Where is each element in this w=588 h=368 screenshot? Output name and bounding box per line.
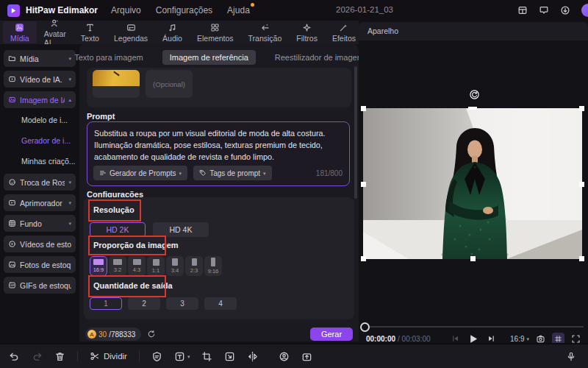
- preview-image[interactable]: [363, 108, 582, 259]
- preview-canvas[interactable]: 00:00:00 / 00:03:00 16:9▾: [359, 40, 588, 343]
- previous-frame-icon[interactable]: [452, 335, 459, 342]
- tab-avatar-ai[interactable]: Avatar AI: [37, 21, 74, 43]
- redo-icon[interactable]: [32, 351, 43, 362]
- app-logo-icon: [7, 4, 20, 17]
- prompt-text: Substitua a roupa por um visual editoria…: [94, 127, 343, 163]
- reference-image-preview: [93, 70, 140, 86]
- selection-handle-top-right[interactable]: [579, 106, 584, 111]
- next-frame-icon[interactable]: [488, 335, 495, 342]
- sidebar-item-aprimorador[interactable]: Aprimorador ...▾: [4, 194, 76, 211]
- grid-icon: [554, 335, 562, 343]
- feedback-icon[interactable]: [539, 5, 549, 15]
- tab-elementos[interactable]: Elementos: [190, 21, 241, 43]
- import-box-icon[interactable]: [301, 351, 312, 362]
- sidebar-item-fotos-estoque[interactable]: Fotos de estoque: [4, 256, 76, 273]
- user-avatar[interactable]: [581, 4, 588, 17]
- chevron-down-icon: ▾: [68, 221, 71, 227]
- tab-texto-para-imagem[interactable]: Texto para imagem: [67, 50, 151, 65]
- svg-text:GIF: GIF: [10, 284, 15, 287]
- sidebar-subitem-minhas-criacoes[interactable]: Minhas criaçõ...: [4, 153, 76, 169]
- text-tool-button[interactable]: ▾: [174, 351, 190, 362]
- sidebar-item-video-ia[interactable]: Vídeo de IA.▾: [4, 71, 76, 88]
- selection-handle-bottom-right[interactable]: [579, 256, 584, 261]
- time-current: 00:00:00: [366, 335, 395, 343]
- prompt-textarea[interactable]: Substitua a roupa por um visual editoria…: [87, 121, 350, 186]
- audio-icon: [168, 23, 177, 32]
- titlebar-icons: [517, 0, 588, 21]
- ratio-2-3-button[interactable]: 2:3: [185, 256, 203, 276]
- quantity-1-button[interactable]: 1: [90, 297, 122, 310]
- chevron-down-icon: ▾: [263, 171, 266, 176]
- crop-icon[interactable]: [201, 351, 212, 362]
- preview-scrubber[interactable]: [363, 326, 584, 328]
- tab-midia[interactable]: Mídia: [3, 21, 37, 43]
- sidebar-subitem-gerador[interactable]: Gerador de i...: [4, 132, 76, 149]
- refresh-credits-icon[interactable]: [147, 330, 156, 339]
- sidebar-item-troca-rosto[interactable]: Troca de Rost...▾: [4, 174, 76, 191]
- notification-dot: [251, 3, 254, 7]
- ratio-4-3-button[interactable]: 4:3: [128, 256, 146, 276]
- reference-image-thumbnail[interactable]: [93, 70, 140, 98]
- tab-reestilizador[interactable]: Reestilizador de imagem: [268, 50, 371, 65]
- microphone-icon[interactable]: [566, 351, 576, 362]
- undo-icon[interactable]: [9, 351, 20, 362]
- face-tool-icon[interactable]: [279, 351, 290, 362]
- sidebar-item-fundo[interactable]: Fundo▾: [4, 215, 76, 232]
- selection-handle-top-left[interactable]: [361, 106, 366, 111]
- effects-icon: [339, 23, 348, 32]
- tab-texto[interactable]: Texto: [74, 21, 107, 43]
- selection-handle-mid-left[interactable]: [361, 182, 366, 187]
- delete-icon[interactable]: [54, 351, 65, 362]
- resolution-hd4k-button[interactable]: HD 4K: [153, 222, 209, 237]
- ratio-3-2-button[interactable]: 3:2: [109, 256, 126, 276]
- play-icon[interactable]: [469, 334, 478, 344]
- ratio-1-1-button[interactable]: 1:1: [147, 256, 165, 276]
- tab-transicao[interactable]: Transição: [241, 21, 290, 43]
- chevron-down-icon: ▾: [68, 200, 71, 206]
- prompt-tags-button[interactable]: Tags de prompt▾: [193, 166, 271, 180]
- tab-legendas[interactable]: Legendas: [107, 21, 155, 43]
- quantity-2-button[interactable]: 2: [128, 297, 160, 310]
- tab-efeitos[interactable]: Efeitos: [325, 21, 363, 43]
- tab-audio[interactable]: Áudio: [155, 21, 190, 43]
- menu-configuracoes[interactable]: Configurações: [156, 5, 212, 15]
- quantity-4-button[interactable]: 4: [204, 297, 237, 310]
- sidebar-subitem-modelo[interactable]: Modelo de i...: [4, 112, 76, 128]
- sidebar-item-imagem-ia[interactable]: Imagem de IA▴: [4, 91, 76, 108]
- selection-handle-bottom-left[interactable]: [361, 256, 366, 261]
- tab-imagem-de-referencia[interactable]: Imagem de referência: [162, 50, 256, 65]
- layout-panels-icon[interactable]: [517, 5, 528, 15]
- credits-used: 30: [98, 330, 107, 339]
- tab-filtros[interactable]: Filtros: [289, 21, 325, 43]
- snapshot-icon[interactable]: [536, 334, 545, 344]
- selection-handle-bottom-center[interactable]: [470, 256, 476, 261]
- selection-handle-top-center[interactable]: [468, 107, 477, 110]
- menu-ajuda[interactable]: Ajuda: [227, 5, 250, 15]
- ratio-9-16-button[interactable]: 9:16: [204, 256, 222, 276]
- resolution-hd2k-button[interactable]: HD 2K: [90, 222, 146, 237]
- ai-image-icon: [8, 96, 16, 104]
- sidebar-item-midia[interactable]: Mídia▾: [4, 50, 76, 67]
- speed-badge-icon[interactable]: [151, 351, 162, 362]
- split-button[interactable]: Dividir: [90, 351, 127, 361]
- sidebar-item-videos-estoque[interactable]: Vídeos de esto...: [4, 236, 76, 252]
- download-icon[interactable]: [560, 5, 570, 15]
- avatar-ai-icon: [50, 18, 60, 28]
- fullscreen-icon[interactable]: [571, 334, 581, 344]
- rotate-handle-icon[interactable]: [469, 89, 480, 100]
- selection-handle-mid-right[interactable]: [579, 182, 584, 187]
- menu-arquivo[interactable]: Arquivo: [111, 5, 141, 15]
- ratio-16-9-button[interactable]: 16:9: [90, 256, 107, 276]
- char-counter: 181/800: [316, 169, 343, 177]
- generate-button[interactable]: Gerar: [310, 328, 353, 341]
- scrollbar-thumb[interactable]: [354, 66, 357, 199]
- mirror-flip-icon[interactable]: [247, 351, 258, 362]
- scissors-icon: [90, 351, 100, 361]
- picture-in-picture-icon[interactable]: [224, 351, 235, 362]
- aspect-ratio-dropdown[interactable]: 16:9▾: [510, 335, 529, 343]
- ratio-3-4-button[interactable]: 3:4: [166, 256, 184, 276]
- quantity-3-button[interactable]: 3: [166, 297, 198, 310]
- sidebar-item-gifs-estoque[interactable]: GIF GIFs de estoque: [4, 277, 76, 294]
- optional-image-slot[interactable]: (Opcional): [146, 70, 193, 98]
- prompt-generator-button[interactable]: Gerador de Prompts▾: [93, 166, 187, 180]
